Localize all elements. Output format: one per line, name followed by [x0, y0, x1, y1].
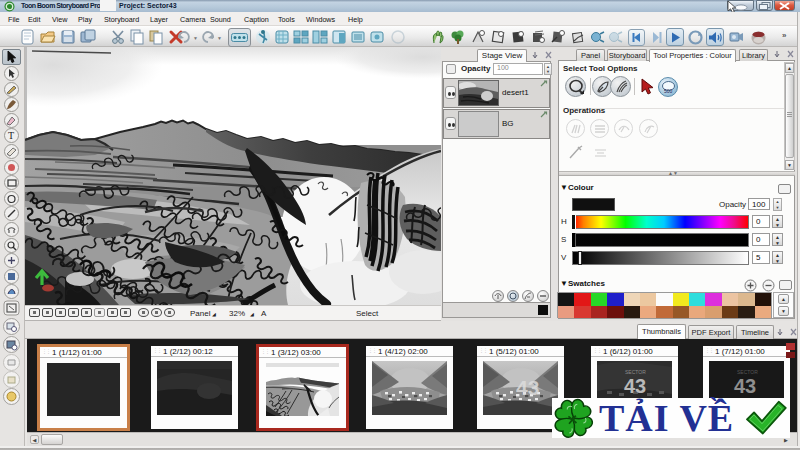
- svg-text:43: 43: [516, 376, 539, 399]
- svg-text:500: 500: [664, 88, 673, 94]
- svg-text:43: 43: [624, 375, 646, 397]
- svg-text:43: 43: [734, 375, 756, 397]
- svg-text:T: T: [8, 130, 14, 141]
